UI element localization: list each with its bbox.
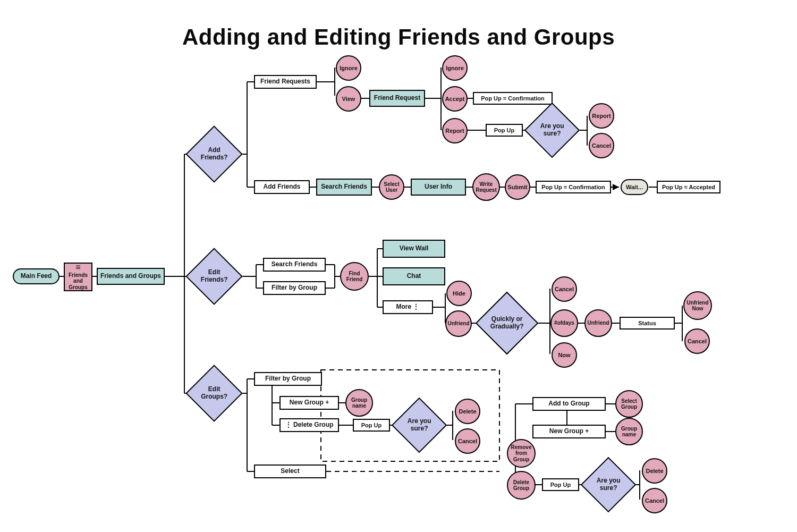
group-name-1: Group name bbox=[345, 389, 373, 417]
submit: Submit bbox=[505, 174, 530, 200]
friend-request: Friend Request bbox=[369, 90, 425, 107]
search-friends-2: Search Friends bbox=[263, 258, 326, 272]
decision-edit-groups: Edit Groups? bbox=[185, 365, 242, 421]
find-friend: Find Friend bbox=[340, 262, 369, 291]
delete-2: Delete bbox=[642, 458, 667, 484]
decision-edit-friends: Edit Friends? bbox=[185, 248, 242, 305]
more: More ⋮ bbox=[383, 300, 433, 314]
cancel-1: Cancel bbox=[589, 133, 614, 158]
view: View bbox=[336, 86, 361, 112]
friends-groups-button: ≡ Friends and Groups bbox=[64, 263, 92, 291]
now: Now bbox=[552, 342, 577, 368]
filter-by-group-1: Filter by Group bbox=[263, 281, 326, 295]
add-to-group: Add to Group bbox=[532, 397, 606, 411]
popup-confirmation-2: Pop Up = Confirmation bbox=[536, 181, 611, 193]
ignore-2: Ignore bbox=[442, 55, 468, 81]
cancel-ef: Cancel bbox=[552, 276, 577, 302]
status: Status bbox=[620, 317, 675, 330]
select-group: Select Group bbox=[615, 390, 643, 418]
popup-confirmation-1: Pop Up = Confirmation bbox=[473, 92, 553, 105]
select-box: Select bbox=[254, 465, 326, 478]
group-name-2: Group name bbox=[615, 418, 643, 445]
flowchart-canvas: Adding and Editing Friends and Groups bbox=[0, 0, 797, 532]
hide: Hide bbox=[446, 281, 472, 306]
user-info: User Info bbox=[411, 179, 466, 196]
cancel-ef-2: Cancel bbox=[684, 328, 710, 354]
connector-lines bbox=[0, 0, 797, 532]
decision-add-friends: Add Friends? bbox=[185, 125, 242, 182]
cancel-eg-2: Cancel bbox=[642, 488, 667, 513]
are-you-sure-2: Are you sure? bbox=[392, 398, 447, 453]
are-you-sure-3: Are you sure? bbox=[581, 457, 637, 513]
view-wall: View Wall bbox=[383, 240, 445, 258]
filter-by-group-2: Filter by Group bbox=[254, 372, 322, 386]
friends-and-groups-page: Friends and Groups bbox=[97, 268, 165, 285]
page-title: Adding and Editing Friends and Groups bbox=[0, 24, 797, 50]
hamburger-icon: ≡ bbox=[75, 264, 80, 271]
are-you-sure-1: Are you sure? bbox=[524, 103, 580, 158]
unfriend-now: Unfriend Now bbox=[683, 291, 712, 320]
chat: Chat bbox=[383, 267, 445, 285]
unfriend-1: Unfriend bbox=[445, 310, 472, 337]
write-request: Write Request bbox=[472, 173, 500, 201]
new-group-2: New Group + bbox=[532, 425, 606, 438]
cancel-eg-1: Cancel bbox=[455, 428, 480, 454]
popup-1: Pop Up bbox=[486, 124, 523, 137]
popup-3: Pop Up bbox=[542, 478, 579, 491]
number-of-days: #ofdays bbox=[550, 309, 578, 337]
start-main-feed: Main Feed bbox=[13, 268, 60, 284]
add-friends-box: Add Friends bbox=[254, 180, 310, 194]
new-group-1: New Group + bbox=[279, 396, 339, 410]
friend-requests: Friend Requests bbox=[254, 75, 317, 89]
ignore-1: Ignore bbox=[336, 55, 361, 81]
delete-group-2: Delete Group bbox=[507, 471, 536, 500]
delete-1: Delete bbox=[455, 399, 480, 424]
report: Report bbox=[442, 118, 468, 143]
delete-group-1: ⋮ Delete Group bbox=[279, 418, 339, 432]
report-2: Report bbox=[589, 103, 614, 129]
quickly-gradually: Quickly or Gradually? bbox=[476, 292, 539, 355]
popup-accepted: Pop Up = Accepted bbox=[657, 181, 720, 193]
search-friends-1: Search Friends bbox=[316, 179, 372, 196]
wait: Wait... bbox=[621, 179, 648, 195]
select-user: Select User bbox=[379, 174, 404, 200]
unfriend-2: Unfriend bbox=[584, 309, 612, 337]
accept: Accept bbox=[442, 86, 468, 112]
remove-from-group: Remove from Group bbox=[507, 439, 536, 468]
popup-2: Pop Up bbox=[353, 419, 390, 432]
